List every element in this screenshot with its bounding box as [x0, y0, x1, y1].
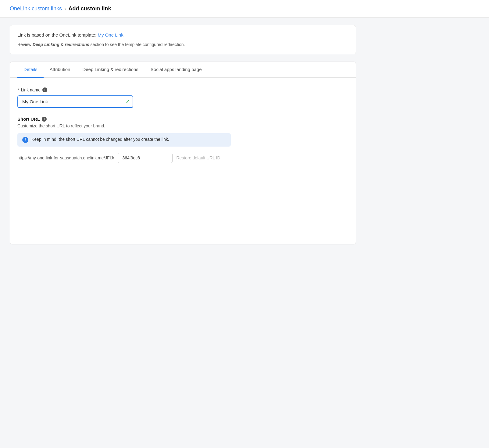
desc-post: section to see the template configured r…	[89, 42, 185, 47]
breadcrumb: OneLink custom links › Add custom link	[10, 5, 479, 12]
tab-attribution[interactable]: Attribution	[44, 62, 77, 78]
short-url-title: Short URL i	[17, 116, 348, 122]
template-prefix: Link is based on the OneLink template:	[17, 32, 96, 37]
check-icon: ✓	[126, 99, 130, 105]
alert-icon: !	[22, 137, 28, 143]
tab-deep-linking[interactable]: Deep Linking & redirections	[76, 62, 144, 78]
info-card: Link is based on the OneLink template: M…	[10, 25, 356, 54]
page-content: Link is based on the OneLink template: M…	[0, 18, 366, 252]
tabs-header: Details Attribution Deep Linking & redir…	[10, 62, 356, 78]
alert-text: Keep in mind, the short URL cannot be ch…	[31, 137, 169, 142]
breadcrumb-current: Add custom link	[68, 5, 111, 12]
info-card-title: Link is based on the OneLink template: M…	[17, 31, 348, 39]
required-star: *	[17, 87, 19, 92]
url-base: https://my-one-link-for-saasquatch.oneli…	[17, 155, 114, 160]
link-name-info-icon[interactable]: i	[42, 87, 47, 92]
url-id-input[interactable]	[118, 153, 173, 163]
breadcrumb-separator: ›	[64, 6, 66, 12]
desc-pre: Review	[17, 42, 33, 47]
restore-default-link[interactable]: Restore default URL ID	[176, 155, 220, 160]
page-header: OneLink custom links › Add custom link	[0, 0, 489, 18]
url-row: https://my-one-link-for-saasquatch.oneli…	[17, 153, 348, 163]
desc-bold-italic: Deep Linking & redirections	[33, 42, 89, 47]
short-url-group: Short URL i Customize the short URL to r…	[17, 116, 348, 163]
info-card-desc: Review Deep Linking & redirections secti…	[17, 41, 348, 48]
short-url-info-icon[interactable]: i	[42, 117, 47, 122]
link-name-group: * Link name i ✓	[17, 87, 348, 108]
link-name-label: * Link name i	[17, 87, 348, 92]
tab-social-apps[interactable]: Social apps landing page	[145, 62, 208, 78]
breadcrumb-link[interactable]: OneLink custom links	[10, 5, 62, 12]
link-name-label-text: Link name	[21, 87, 41, 92]
tabs-container: Details Attribution Deep Linking & redir…	[10, 62, 356, 244]
short-url-title-text: Short URL	[17, 116, 40, 122]
alert-box: ! Keep in mind, the short URL cannot be …	[17, 133, 231, 147]
short-url-desc: Customize the short URL to reflect your …	[17, 123, 348, 128]
link-name-input-wrapper: ✓	[17, 95, 133, 108]
tab-content-details: * Link name i ✓ Short URL i Customize th…	[10, 78, 356, 181]
link-name-input[interactable]	[17, 95, 133, 108]
tab-details[interactable]: Details	[17, 62, 44, 78]
template-name-link[interactable]: My One Link	[98, 32, 123, 37]
